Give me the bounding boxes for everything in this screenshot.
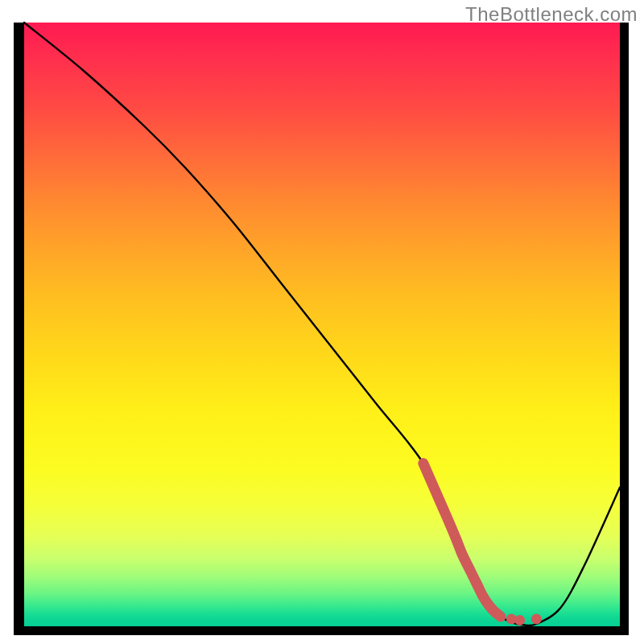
dot-3 [531,614,542,625]
plot-area [24,23,620,626]
heavy-segment [423,464,501,617]
plot-border [14,23,629,635]
watermark-text: TheBottleneck.com [465,3,638,26]
dot-2 [514,615,525,625]
dots-group [506,614,542,626]
main-curve [24,23,620,625]
curve-layer [24,23,620,626]
chart-container: TheBottleneck.com [0,0,644,644]
